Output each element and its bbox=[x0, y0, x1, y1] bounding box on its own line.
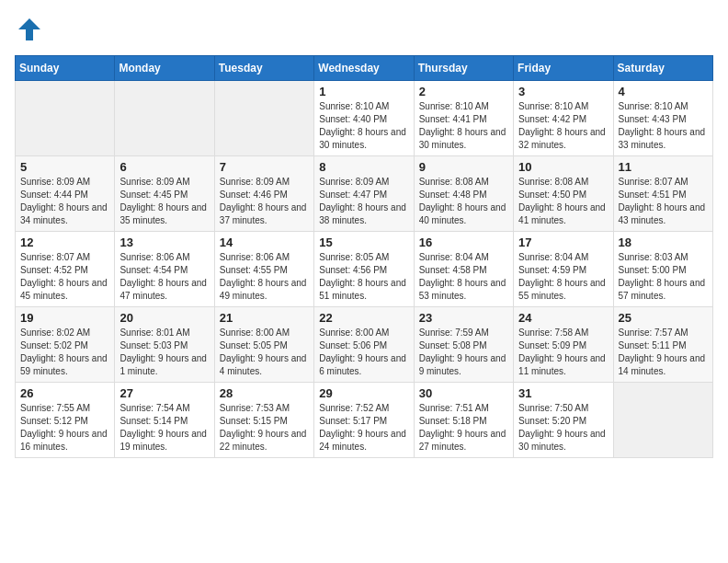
day-info: Sunrise: 8:09 AMSunset: 4:47 PMDaylight:… bbox=[319, 176, 408, 227]
calendar-cell: 11Sunrise: 8:07 AMSunset: 4:51 PMDayligh… bbox=[613, 156, 712, 232]
weekday-header: Monday bbox=[115, 56, 214, 81]
day-number: 14 bbox=[220, 236, 309, 249]
calendar-cell: 3Sunrise: 8:10 AMSunset: 4:42 PMDaylight… bbox=[514, 81, 613, 156]
day-number: 2 bbox=[419, 85, 508, 98]
day-info: Sunrise: 8:10 AMSunset: 4:40 PMDaylight:… bbox=[319, 100, 408, 152]
calendar-week-row: 19Sunrise: 8:02 AMSunset: 5:02 PMDayligh… bbox=[16, 307, 713, 383]
calendar-cell: 27Sunrise: 7:54 AMSunset: 5:14 PMDayligh… bbox=[115, 383, 214, 458]
day-info: Sunrise: 8:06 AMSunset: 4:54 PMDaylight:… bbox=[119, 251, 209, 303]
calendar-cell: 31Sunrise: 7:50 AMSunset: 5:20 PMDayligh… bbox=[514, 383, 613, 458]
weekday-header: Sunday bbox=[16, 56, 115, 81]
day-info: Sunrise: 8:10 AMSunset: 4:42 PMDaylight:… bbox=[518, 100, 608, 152]
calendar-cell: 7Sunrise: 8:09 AMSunset: 4:46 PMDaylight… bbox=[214, 156, 313, 232]
calendar-cell bbox=[214, 81, 313, 156]
calendar-cell bbox=[613, 383, 712, 458]
day-number: 24 bbox=[518, 311, 608, 325]
day-number: 15 bbox=[319, 236, 408, 249]
day-number: 10 bbox=[518, 160, 608, 174]
day-number: 30 bbox=[419, 386, 508, 400]
calendar-cell: 18Sunrise: 8:03 AMSunset: 5:00 PMDayligh… bbox=[613, 232, 712, 307]
day-info: Sunrise: 8:10 AMSunset: 4:43 PMDaylight:… bbox=[619, 100, 708, 152]
day-number: 12 bbox=[20, 236, 109, 249]
calendar-week-row: 12Sunrise: 8:07 AMSunset: 4:52 PMDayligh… bbox=[16, 232, 713, 307]
day-info: Sunrise: 7:59 AMSunset: 5:08 PMDaylight:… bbox=[419, 327, 508, 378]
day-info: Sunrise: 7:52 AMSunset: 5:17 PMDaylight:… bbox=[319, 402, 408, 454]
calendar-cell: 26Sunrise: 7:55 AMSunset: 5:12 PMDayligh… bbox=[16, 383, 115, 458]
day-info: Sunrise: 8:04 AMSunset: 4:59 PMDaylight:… bbox=[518, 251, 608, 303]
day-number: 28 bbox=[220, 386, 309, 400]
calendar-cell: 19Sunrise: 8:02 AMSunset: 5:02 PMDayligh… bbox=[16, 307, 115, 383]
calendar-week-row: 26Sunrise: 7:55 AMSunset: 5:12 PMDayligh… bbox=[16, 383, 713, 458]
calendar-cell: 20Sunrise: 8:01 AMSunset: 5:03 PMDayligh… bbox=[115, 307, 214, 383]
day-info: Sunrise: 7:55 AMSunset: 5:12 PMDaylight:… bbox=[20, 402, 109, 454]
day-number: 23 bbox=[419, 311, 508, 325]
calendar-cell bbox=[115, 81, 214, 156]
day-number: 27 bbox=[119, 386, 209, 400]
day-number: 6 bbox=[119, 160, 209, 174]
day-info: Sunrise: 8:08 AMSunset: 4:50 PMDaylight:… bbox=[518, 176, 608, 227]
day-number: 29 bbox=[319, 386, 408, 400]
day-number: 18 bbox=[619, 236, 708, 249]
day-info: Sunrise: 8:02 AMSunset: 5:02 PMDaylight:… bbox=[20, 327, 109, 378]
calendar-week-row: 1Sunrise: 8:10 AMSunset: 4:40 PMDaylight… bbox=[16, 81, 713, 156]
calendar-cell bbox=[16, 81, 115, 156]
day-info: Sunrise: 8:09 AMSunset: 4:44 PMDaylight:… bbox=[20, 176, 109, 227]
day-info: Sunrise: 8:04 AMSunset: 4:58 PMDaylight:… bbox=[419, 251, 508, 303]
day-info: Sunrise: 8:09 AMSunset: 4:46 PMDaylight:… bbox=[220, 176, 309, 227]
svg-marker-0 bbox=[18, 18, 40, 40]
day-info: Sunrise: 8:07 AMSunset: 4:51 PMDaylight:… bbox=[619, 176, 708, 227]
calendar-cell: 5Sunrise: 8:09 AMSunset: 4:44 PMDaylight… bbox=[16, 156, 115, 232]
day-number: 25 bbox=[619, 311, 708, 325]
day-number: 21 bbox=[220, 311, 309, 325]
calendar-cell: 1Sunrise: 8:10 AMSunset: 4:40 PMDaylight… bbox=[314, 81, 414, 156]
logo bbox=[15, 15, 48, 44]
day-number: 13 bbox=[119, 236, 209, 249]
calendar-cell: 23Sunrise: 7:59 AMSunset: 5:08 PMDayligh… bbox=[414, 307, 513, 383]
weekday-header: Friday bbox=[514, 56, 613, 81]
day-number: 20 bbox=[119, 311, 209, 325]
weekday-header: Wednesday bbox=[314, 56, 414, 81]
day-info: Sunrise: 8:09 AMSunset: 4:45 PMDaylight:… bbox=[119, 176, 209, 227]
day-number: 1 bbox=[319, 85, 408, 98]
day-number: 8 bbox=[319, 160, 408, 174]
calendar-cell: 10Sunrise: 8:08 AMSunset: 4:50 PMDayligh… bbox=[514, 156, 613, 232]
logo-icon bbox=[15, 15, 44, 44]
calendar-cell: 8Sunrise: 8:09 AMSunset: 4:47 PMDaylight… bbox=[314, 156, 414, 232]
day-number: 31 bbox=[518, 386, 608, 400]
day-info: Sunrise: 8:05 AMSunset: 4:56 PMDaylight:… bbox=[319, 251, 408, 303]
page-header bbox=[15, 15, 713, 44]
day-info: Sunrise: 7:50 AMSunset: 5:20 PMDaylight:… bbox=[518, 402, 608, 454]
calendar-cell: 15Sunrise: 8:05 AMSunset: 4:56 PMDayligh… bbox=[314, 232, 414, 307]
day-info: Sunrise: 8:03 AMSunset: 5:00 PMDaylight:… bbox=[619, 251, 708, 303]
day-number: 22 bbox=[319, 311, 408, 325]
calendar-cell: 14Sunrise: 8:06 AMSunset: 4:55 PMDayligh… bbox=[214, 232, 313, 307]
day-info: Sunrise: 8:07 AMSunset: 4:52 PMDaylight:… bbox=[20, 251, 109, 303]
day-number: 3 bbox=[518, 85, 608, 98]
calendar-cell: 2Sunrise: 8:10 AMSunset: 4:41 PMDaylight… bbox=[414, 81, 513, 156]
day-number: 4 bbox=[619, 85, 708, 98]
day-info: Sunrise: 8:10 AMSunset: 4:41 PMDaylight:… bbox=[419, 100, 508, 152]
day-info: Sunrise: 7:57 AMSunset: 5:11 PMDaylight:… bbox=[619, 327, 708, 378]
calendar-cell: 16Sunrise: 8:04 AMSunset: 4:58 PMDayligh… bbox=[414, 232, 513, 307]
day-number: 7 bbox=[220, 160, 309, 174]
day-number: 9 bbox=[419, 160, 508, 174]
day-number: 16 bbox=[419, 236, 508, 249]
calendar-cell: 29Sunrise: 7:52 AMSunset: 5:17 PMDayligh… bbox=[314, 383, 414, 458]
day-number: 5 bbox=[20, 160, 109, 174]
weekday-header: Thursday bbox=[414, 56, 513, 81]
day-info: Sunrise: 8:06 AMSunset: 4:55 PMDaylight:… bbox=[220, 251, 309, 303]
calendar-cell: 12Sunrise: 8:07 AMSunset: 4:52 PMDayligh… bbox=[16, 232, 115, 307]
calendar-cell: 28Sunrise: 7:53 AMSunset: 5:15 PMDayligh… bbox=[214, 383, 313, 458]
calendar-week-row: 5Sunrise: 8:09 AMSunset: 4:44 PMDaylight… bbox=[16, 156, 713, 232]
day-info: Sunrise: 7:53 AMSunset: 5:15 PMDaylight:… bbox=[220, 402, 309, 454]
day-info: Sunrise: 8:00 AMSunset: 5:06 PMDaylight:… bbox=[319, 327, 408, 378]
weekday-header: Saturday bbox=[613, 56, 712, 81]
day-info: Sunrise: 7:54 AMSunset: 5:14 PMDaylight:… bbox=[119, 402, 209, 454]
calendar-cell: 17Sunrise: 8:04 AMSunset: 4:59 PMDayligh… bbox=[514, 232, 613, 307]
calendar-cell: 6Sunrise: 8:09 AMSunset: 4:45 PMDaylight… bbox=[115, 156, 214, 232]
calendar-cell: 22Sunrise: 8:00 AMSunset: 5:06 PMDayligh… bbox=[314, 307, 414, 383]
day-info: Sunrise: 7:51 AMSunset: 5:18 PMDaylight:… bbox=[419, 402, 508, 454]
calendar-header-row: SundayMondayTuesdayWednesdayThursdayFrid… bbox=[16, 56, 713, 81]
calendar-cell: 30Sunrise: 7:51 AMSunset: 5:18 PMDayligh… bbox=[414, 383, 513, 458]
day-number: 26 bbox=[20, 386, 109, 400]
